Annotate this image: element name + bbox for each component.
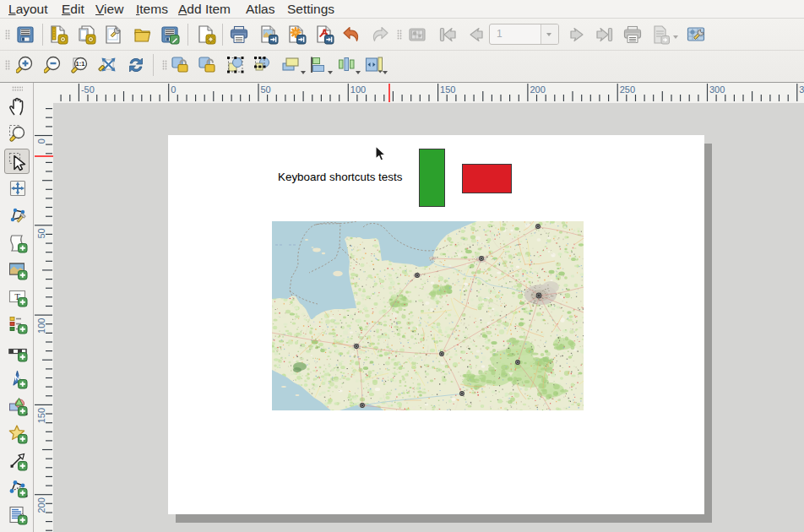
svg-text:100: 100: [36, 318, 46, 334]
svg-text:200: 200: [36, 497, 46, 513]
svg-text:0: 0: [171, 84, 176, 95]
svg-text:300: 300: [709, 84, 725, 95]
svg-text:200: 200: [530, 84, 545, 95]
svg-text:50: 50: [36, 228, 46, 238]
svg-text:1:1: 1:1: [76, 60, 85, 68]
svg-text:250: 250: [620, 84, 635, 95]
svg-text:-50: -50: [81, 84, 95, 95]
svg-text:350: 350: [799, 84, 804, 95]
svg-text:50: 50: [261, 84, 271, 95]
svg-text:150: 150: [440, 84, 455, 95]
svg-text:150: 150: [36, 408, 46, 423]
svg-text:0: 0: [36, 138, 46, 144]
svg-text:100: 100: [350, 84, 366, 95]
